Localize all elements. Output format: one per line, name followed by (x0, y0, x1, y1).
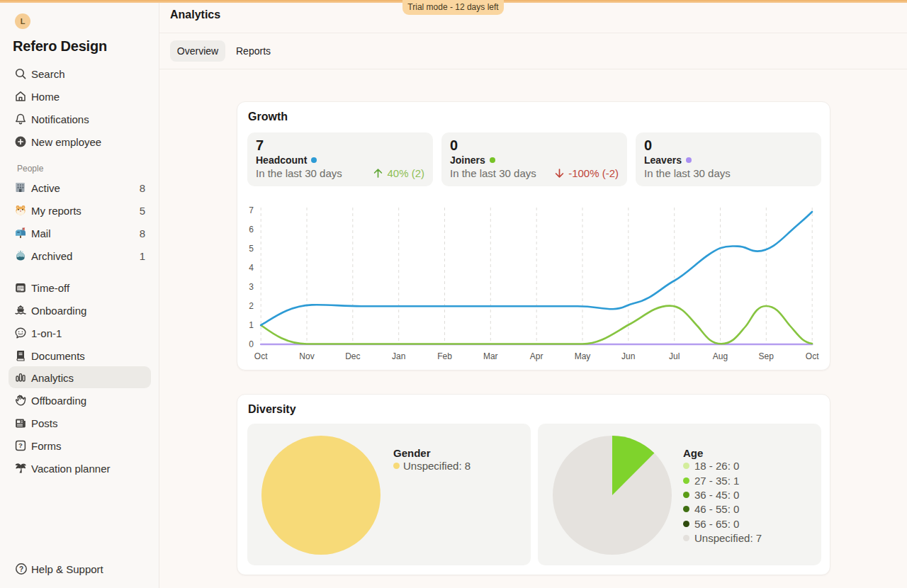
svg-text:Feb: Feb (437, 351, 452, 361)
svg-text:May: May (575, 351, 591, 361)
svg-text:5: 5 (249, 244, 254, 254)
svg-text:?: ? (18, 441, 23, 449)
svg-text:Oct: Oct (806, 351, 819, 361)
svg-text:Jul: Jul (669, 351, 680, 361)
svg-text:Apr: Apr (530, 351, 543, 361)
svg-text:Oct: Oct (254, 351, 268, 361)
svg-text:Aug: Aug (713, 351, 728, 361)
svg-text:Jan: Jan (392, 351, 405, 361)
svg-text:3: 3 (249, 282, 254, 292)
svg-text:1: 1 (249, 320, 254, 330)
svg-text:Sep: Sep (759, 351, 774, 361)
svg-text:Jun: Jun (621, 351, 635, 361)
svg-text:6: 6 (249, 225, 254, 234)
svg-text:7: 7 (249, 205, 254, 215)
svg-text:Nov: Nov (299, 351, 314, 361)
svg-text:2: 2 (249, 301, 254, 311)
svg-text:Mar: Mar (483, 351, 498, 361)
svg-text:?: ? (19, 565, 23, 573)
svg-text:Dec: Dec (345, 351, 360, 361)
svg-text:4: 4 (249, 263, 254, 273)
svg-text:0: 0 (249, 339, 254, 349)
